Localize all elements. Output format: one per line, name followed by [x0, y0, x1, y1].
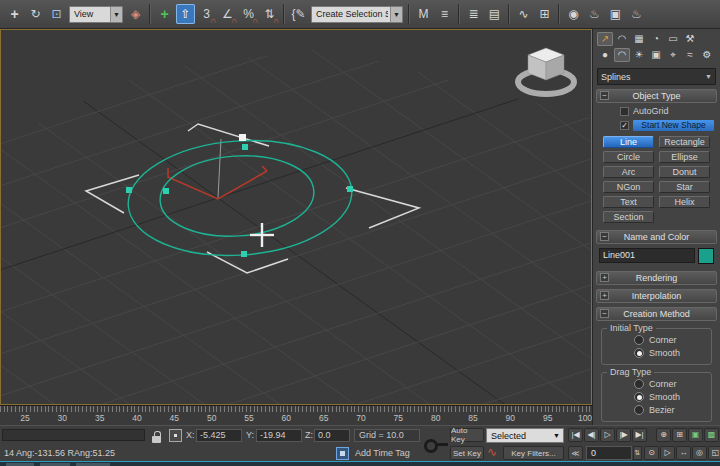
align-icon[interactable]: ≡ — [435, 4, 454, 24]
line001-spline[interactable] — [124, 133, 355, 262]
shape-button-section[interactable]: Section — [603, 211, 654, 223]
tab-create-icon[interactable]: ↗ — [597, 32, 613, 46]
expand-icon[interactable]: + — [600, 291, 609, 300]
set-key-button[interactable]: Set Key — [450, 446, 484, 460]
named-selection-sets-dropdown[interactable]: Create Selection Se▼ — [311, 6, 403, 23]
shape-button-donut[interactable]: Donut — [659, 166, 710, 178]
shape-button-rectangle[interactable]: Rectangle — [659, 136, 710, 148]
radio-icon[interactable] — [634, 405, 644, 415]
shape-button-line[interactable]: Line — [603, 136, 654, 148]
schematic-view-icon[interactable]: ⊞ — [535, 4, 554, 24]
radio-option-bezier[interactable]: Bezier — [634, 405, 709, 415]
vertex-handle[interactable] — [242, 144, 248, 150]
chevron-down-icon[interactable]: ▼ — [110, 7, 122, 22]
zoom-icon[interactable]: ⊕ — [656, 428, 671, 442]
tab-modify-icon[interactable]: ◠ — [614, 32, 630, 46]
y-coordinate-field[interactable]: -19.94 — [256, 429, 302, 442]
render-production-icon[interactable]: ♨ — [627, 4, 646, 24]
category-geometry-icon[interactable]: ● — [597, 48, 613, 62]
edit-named-selection-sets-icon[interactable]: {✎ — [289, 4, 308, 24]
key-mode-toggle-icon[interactable]: ≪ — [568, 446, 583, 460]
object-type-rollout-header[interactable]: − Object Type — [596, 89, 717, 103]
angle-snap-icon[interactable]: ∠∩ — [218, 4, 237, 24]
snaps-toggle-icon[interactable]: 3∩ — [197, 4, 216, 24]
key-filters-button[interactable]: Key Filters... — [503, 446, 564, 460]
vertex-handle[interactable] — [241, 251, 247, 257]
zoom-extents-all-icon[interactable]: ▩ — [704, 428, 719, 442]
chevron-down-icon[interactable]: ▼ — [390, 7, 402, 22]
zoom-region-icon[interactable]: ▷ — [660, 446, 675, 460]
select-and-manipulate-icon[interactable]: + — [155, 4, 174, 24]
frame-spinner[interactable]: ⇅ — [633, 446, 642, 460]
expand-icon[interactable]: + — [600, 273, 609, 282]
chevron-down-icon[interactable]: ▼ — [705, 73, 712, 80]
reference-coordinate-system-dropdown[interactable]: View▼ — [69, 6, 123, 23]
viewport-canvas[interactable] — [1, 30, 591, 404]
perspective-viewport[interactable] — [0, 29, 592, 405]
shape-button-arc[interactable]: Arc — [603, 166, 654, 178]
status-panel-toggle-icon[interactable] — [336, 447, 349, 460]
category-lights-icon[interactable]: ☀ — [631, 48, 647, 62]
creation-method-rollout-header[interactable]: − Creation Method — [596, 307, 717, 321]
mirror-icon[interactable]: M — [414, 4, 433, 24]
default-tangent-icon[interactable]: ∿ — [487, 445, 497, 459]
zoom-all-icon[interactable]: ⊞ — [672, 428, 687, 442]
spline-outer-loop[interactable] — [124, 133, 355, 262]
add-time-tag[interactable]: Add Time Tag — [355, 448, 410, 458]
material-editor-icon[interactable]: ◉ — [564, 4, 583, 24]
go-to-start-button[interactable]: |◀ — [568, 428, 583, 442]
vertex-handle[interactable] — [347, 186, 353, 192]
interpolation-rollout-header[interactable]: + Interpolation — [596, 289, 717, 303]
render-setup-icon[interactable]: ♨ — [585, 4, 604, 24]
selection-lock-icon[interactable] — [152, 431, 163, 443]
timeline-ruler[interactable]: 253035404550556065707580859095100 — [0, 405, 592, 425]
collapse-icon[interactable]: − — [600, 309, 609, 318]
graphite-modeling-tools-icon[interactable]: ▤ — [485, 4, 504, 24]
category-space-warps-icon[interactable]: ≈ — [682, 48, 698, 62]
next-frame-button[interactable]: |▶ — [616, 428, 631, 442]
subcategory-dropdown[interactable]: Splines ▼ — [597, 68, 716, 85]
go-to-end-button[interactable]: ▶| — [632, 428, 647, 442]
chevron-down-icon[interactable]: ▼ — [553, 432, 563, 439]
tab-hierarchy-icon[interactable]: ▦ — [631, 32, 647, 46]
shape-button-text[interactable]: Text — [603, 196, 654, 208]
maximize-viewport-toggle-icon[interactable]: ◱ — [708, 446, 720, 460]
rendering-rollout-header[interactable]: + Rendering — [596, 271, 717, 285]
select-and-rotate-icon[interactable]: ↻ — [26, 4, 45, 24]
spinner-snap-icon[interactable]: ⇅∩ — [260, 4, 279, 24]
vertex-handle[interactable] — [126, 187, 132, 193]
object-name-field[interactable]: Line001 — [599, 248, 695, 263]
zoom-extents-icon[interactable]: ▣ — [688, 428, 703, 442]
time-configuration-icon[interactable]: ⊙ — [644, 446, 659, 460]
category-systems-icon[interactable]: ⚙ — [699, 48, 715, 62]
shape-button-ngon[interactable]: NGon — [603, 181, 654, 193]
start-new-shape-button[interactable]: Start New Shape — [633, 120, 714, 131]
z-coordinate-field[interactable]: 0.0 — [314, 429, 350, 442]
tab-motion-icon[interactable]: ◔ — [648, 32, 664, 46]
play-button[interactable]: ▷ — [600, 428, 615, 442]
manage-layers-icon[interactable]: ≣ — [464, 4, 483, 24]
name-and-color-rollout-header[interactable]: − Name and Color — [596, 230, 717, 244]
object-color-swatch[interactable] — [698, 248, 714, 264]
set-keys-key-icon[interactable] — [424, 435, 448, 453]
pan-icon[interactable]: ↔ — [676, 446, 691, 460]
collapse-icon[interactable]: − — [600, 232, 609, 241]
shape-button-star[interactable]: Star — [659, 181, 710, 193]
start-new-shape-checkbox[interactable]: ✓ — [620, 121, 629, 130]
category-helpers-icon[interactable]: ⌖ — [665, 48, 681, 62]
time-type-dropdown[interactable]: Selected ▼ — [486, 428, 564, 443]
radio-option-smooth[interactable]: Smooth — [634, 348, 709, 358]
category-shapes-icon[interactable]: ◠ — [614, 48, 630, 62]
select-and-move-icon[interactable]: + — [5, 4, 24, 24]
curve-editor-icon[interactable]: ∿ — [514, 4, 533, 24]
auto-key-button[interactable]: Auto Key — [450, 428, 484, 442]
viewcube[interactable] — [518, 48, 574, 94]
absolute-offset-mode-icon[interactable] — [169, 429, 182, 442]
percent-snap-icon[interactable]: %∩ — [239, 4, 258, 24]
vertex-handle[interactable] — [163, 188, 169, 194]
radio-icon[interactable] — [634, 335, 644, 345]
radio-option-corner[interactable]: Corner — [634, 335, 709, 345]
tab-utilities-icon[interactable]: ⚒ — [682, 32, 698, 46]
radio-icon[interactable] — [634, 392, 644, 402]
radio-option-smooth[interactable]: Smooth — [634, 392, 709, 402]
